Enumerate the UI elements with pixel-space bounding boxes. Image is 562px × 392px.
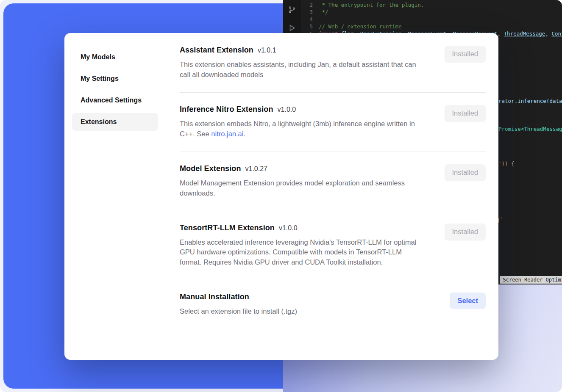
manual-installation-action-button[interactable]: Select	[450, 293, 486, 309]
extension-text: Inference Nitro Extensionv1.0.0 This ext…	[180, 105, 445, 139]
extension-version: v1.0.0	[279, 224, 298, 232]
extension-title: Inference Nitro Extensionv1.0.0	[180, 105, 428, 114]
extension-description: This extension embeds Nitro, a lightweig…	[180, 119, 425, 139]
line-number: 5	[301, 23, 313, 30]
code-fragment: Promise<ThreadMessage>	[498, 125, 562, 133]
extension-row: Assistant Extensionv1.0.1 This extension…	[180, 46, 486, 80]
code-line: * The entrypoint for the plugin.	[319, 1, 562, 8]
line-number: 2	[301, 1, 313, 8]
line-number: 4	[301, 16, 313, 23]
extension-block: Assistant Extensionv1.0.1 This extension…	[180, 46, 486, 93]
extension-block: Manual Installation Select an extension …	[180, 293, 486, 317]
extension-description: Select an extension file to install (.tg…	[180, 306, 425, 317]
sidebar-item-my-settings[interactable]: My Settings	[81, 70, 157, 88]
extension-description: This extension enables assistants, inclu…	[180, 60, 425, 80]
sidebar-item-label: Advanced Settings	[81, 97, 142, 104]
divider	[180, 92, 486, 93]
description-text: Select an extension file to install (.tg…	[180, 307, 297, 315]
extension-version: v1.0.0	[278, 106, 296, 113]
extension-title: Manual Installation	[180, 293, 433, 301]
extension-name: Model Extension	[180, 164, 241, 173]
extension-title: Model Extensionv1.0.27	[180, 164, 428, 173]
editor-gutter: 23456	[301, 1, 313, 37]
description-text: Enables accelerated inference leveraging…	[180, 238, 416, 266]
description-text: This extension enables assistants, inclu…	[180, 61, 416, 78]
editor-statusbar: go Screen Reader Optimized	[490, 276, 562, 284]
extension-description: Model Management Extension provides mode…	[180, 178, 425, 199]
extension-description: Enables accelerated inference leveraging…	[180, 237, 425, 268]
divider	[180, 211, 486, 211]
nitro-jan-ai-link[interactable]: nitro.jan.ai	[211, 130, 243, 138]
inference-nitro-extension-action-button[interactable]: Installed	[445, 105, 486, 121]
sidebar-item-my-models[interactable]: My Models	[81, 48, 157, 66]
tensortrt-llm-extension-action-button[interactable]: Installed	[445, 224, 486, 240]
editor-code: * The entrypoint for the plugin. */ // W…	[319, 1, 562, 37]
code-line	[319, 16, 562, 23]
extension-version: v1.0.1	[258, 47, 276, 54]
extensions-list: Assistant Extensionv1.0.1 This extension…	[165, 33, 498, 360]
extension-row: Model Extensionv1.0.27 Model Management …	[180, 164, 486, 199]
sidebar-item-extensions[interactable]: Extensions	[72, 113, 158, 131]
assistant-extension-action-button[interactable]: Installed	[445, 46, 486, 62]
extension-block: TensortRT-LLM Extensionv1.0.0 Enables ac…	[180, 224, 486, 281]
divider	[180, 280, 486, 280]
extension-name: Manual Installation	[180, 293, 249, 301]
sidebar-item-label: My Models	[81, 53, 115, 61]
extension-name: TensortRT-LLM Extension	[180, 224, 275, 232]
extension-title: TensortRT-LLM Extensionv1.0.0	[180, 224, 428, 232]
code-fragment: rator.inference(data));	[498, 97, 562, 105]
extension-name: Assistant Extension	[180, 46, 253, 54]
sidebar-item-label: Extensions	[81, 118, 117, 125]
description-text: Model Management Extension provides mode…	[180, 179, 405, 197]
screen: 23456 * The entrypoint for the plugin. *…	[0, 0, 562, 392]
extension-text: Manual Installation Select an extension …	[180, 293, 450, 317]
git-branch-icon[interactable]	[288, 6, 296, 15]
extension-text: Assistant Extensionv1.0.1 This extension…	[180, 46, 445, 80]
extension-name: Inference Nitro Extension	[180, 105, 273, 113]
screen-reader-badge[interactable]: Screen Reader Optimized	[500, 276, 562, 284]
model-extension-action-button[interactable]: Installed	[445, 164, 486, 181]
sidebar-item-label: My Settings	[81, 75, 119, 82]
extension-title: Assistant Extensionv1.0.1	[180, 46, 428, 55]
code-fragment: ')) {	[498, 160, 515, 167]
extension-row: Manual Installation Select an extension …	[180, 293, 486, 317]
description-text: .	[243, 130, 245, 138]
extension-block: Inference Nitro Extensionv1.0.0 This ext…	[180, 105, 486, 152]
run-icon[interactable]	[288, 24, 296, 33]
sidebar-nav: My Models My Settings Advanced Settings …	[64, 33, 165, 360]
sidebar-item-advanced-settings[interactable]: Advanced Settings	[81, 91, 157, 109]
code-line: */	[319, 8, 562, 16]
line-number: 3	[301, 8, 313, 16]
code-line: // Web / extension runtime	[319, 23, 562, 30]
settings-card: My Models My Settings Advanced Settings …	[64, 33, 498, 360]
extension-text: Model Extensionv1.0.27 Model Management …	[180, 164, 445, 199]
divider	[180, 152, 486, 152]
extension-row: Inference Nitro Extensionv1.0.0 This ext…	[180, 105, 486, 139]
extension-row: TensortRT-LLM Extensionv1.0.0 Enables ac…	[180, 224, 486, 268]
extension-version: v1.0.27	[245, 165, 267, 172]
extension-text: TensortRT-LLM Extensionv1.0.0 Enables ac…	[180, 224, 445, 268]
extension-block: Model Extensionv1.0.27 Model Management …	[180, 164, 486, 211]
